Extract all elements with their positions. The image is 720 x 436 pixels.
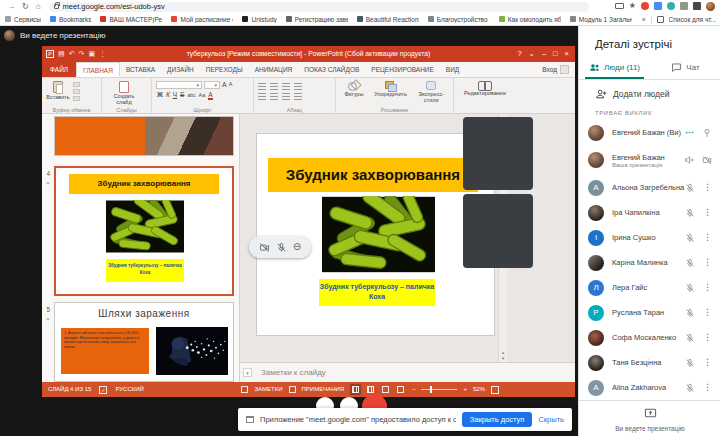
paste-button[interactable]: Вставить	[46, 81, 70, 100]
spellcheck-icon[interactable]: ✓	[99, 386, 107, 394]
fit-to-window-icon[interactable]	[491, 386, 499, 394]
reading-list-label[interactable]: Список для чт...	[669, 16, 716, 23]
participant-row[interactable]: Софа Москаленко ⋮	[579, 325, 720, 350]
sidebar-title[interactable]: Деталі зустрічі	[595, 38, 720, 50]
notes-placeholder[interactable]: Заметки к слайду	[261, 368, 326, 377]
participant-row-presentation[interactable]: Евгений Бажан Ваша презентація	[579, 145, 720, 175]
reload-icon[interactable]: ↻	[22, 0, 29, 13]
participant-row[interactable]: А Альона Загребельна ⋮	[579, 175, 720, 200]
extension-image-icon[interactable]	[680, 2, 688, 10]
bookmark-item[interactable]: ВАШ МАСТЕР(Рем...	[100, 16, 162, 23]
participant-row[interactable]: Евгений Бажан (Ви) ⋯	[579, 120, 720, 145]
help-icon[interactable]: ?	[517, 46, 521, 62]
url-text[interactable]: meet.google.com/esi-udob-ysv	[63, 2, 165, 12]
align-buttons[interactable]	[258, 93, 302, 100]
tab-review[interactable]: РЕЦЕНЗИРОВАНИЕ	[365, 62, 440, 77]
italic-button[interactable]: К	[166, 91, 170, 98]
shapes-button[interactable]: Фигуры	[340, 81, 368, 97]
bookmark-item[interactable]: Благоустройство т...	[428, 16, 490, 23]
reading-view-button[interactable]	[380, 384, 391, 395]
tab-file[interactable]: ФАЙЛ	[42, 62, 76, 77]
bookmark-item[interactable]: Beautiful Reactions	[357, 16, 419, 23]
tab-insert[interactable]: ВСТАВКА	[120, 62, 161, 77]
home-icon[interactable]: ⌂	[36, 0, 41, 13]
kebab-menu-icon[interactable]: ⋮	[703, 233, 712, 242]
notes-collapse-icon[interactable]: ▾	[243, 368, 252, 377]
tab-transitions[interactable]: ПЕРЕХОДЫ	[200, 62, 249, 77]
participant-row[interactable]: Іра Чапилкіна ⋮	[579, 200, 720, 225]
slide-5-thumbnail[interactable]: Шляхи зараження 1. Аерогенний шлях спост…	[54, 302, 234, 382]
next-slide-icon[interactable]: ▾	[502, 355, 505, 361]
change-case-button[interactable]: Аа	[198, 92, 205, 98]
participant-row[interactable]: Таня Безцінна ⋮	[579, 350, 720, 375]
participant-video-tile[interactable]	[463, 194, 533, 268]
maximize-icon[interactable]: □	[553, 46, 558, 62]
bookmark-item[interactable]: Как омолодить яб...	[499, 16, 561, 23]
bookmark-item[interactable]: Сервисы	[5, 16, 41, 23]
zoom-slider[interactable]	[421, 389, 457, 390]
quick-styles-button[interactable]: Экспресс-стили	[413, 81, 449, 103]
zoom-out-button[interactable]: –	[412, 382, 415, 397]
clear-format-button[interactable]: abc	[187, 92, 195, 98]
strikethrough-button[interactable]: S	[180, 91, 184, 98]
participant-row[interactable]: Каріна Малинка ⋮	[579, 250, 720, 275]
address-bar[interactable]: meet.google.com/esi-udob-ysv	[49, 2, 589, 12]
extension-round-icon[interactable]	[667, 2, 675, 10]
zoom-slider-thumb[interactable]	[430, 386, 432, 393]
reading-list-icon[interactable]	[657, 16, 664, 23]
stop-sharing-button[interactable]: Закрыть доступ	[462, 412, 533, 427]
slide-4-thumbnail-selected[interactable]: Збудник захворювання Збудник туберкульоз…	[54, 166, 234, 296]
tab-animations[interactable]: АНИМАЦИЯ	[249, 62, 299, 77]
tab-design[interactable]: ДИЗАЙН	[161, 62, 200, 77]
participant-row[interactable]: Р Руслана Таран ⋮	[579, 300, 720, 325]
undo-icon[interactable]: ↶	[69, 46, 75, 62]
animation-star-icon[interactable]: ✳	[42, 180, 50, 186]
notes-toggle-icon[interactable]	[241, 386, 248, 393]
underline-button[interactable]: Ч	[173, 91, 177, 98]
tab-view[interactable]: ВИД	[440, 62, 465, 77]
save-icon[interactable]: ▤	[58, 46, 65, 62]
shrink-font-icon[interactable]: А	[229, 81, 233, 89]
zoom-level[interactable]: 52%	[473, 382, 485, 397]
bookmark-item[interactable]: Unistudy	[242, 16, 276, 23]
list-buttons[interactable]	[258, 83, 302, 90]
slide-thumbnail-panel[interactable]: 4 ✳ Збудник захворювання Збудник туберку…	[42, 114, 240, 382]
kebab-menu-icon[interactable]: ⋮	[703, 308, 712, 317]
editing-button[interactable]: Редактирование	[458, 81, 512, 96]
slide-caption-box[interactable]: Збудник туберкульозу – паличка Коха	[319, 279, 435, 306]
more-options-icon[interactable]: ⋯	[685, 128, 694, 137]
forward-icon[interactable]: →	[7, 0, 15, 13]
remove-tile-icon[interactable]: ⊖	[293, 242, 301, 252]
kebab-menu-icon[interactable]: ⋮	[703, 358, 712, 367]
redo-icon[interactable]: ↷	[79, 46, 85, 62]
comments-toggle-icon[interactable]	[289, 386, 296, 393]
sign-in-button[interactable]: Вход	[542, 62, 575, 77]
participant-video-tile[interactable]	[463, 117, 533, 190]
qat-customize-icon[interactable]: ⋮	[99, 46, 106, 62]
tab-slideshow[interactable]: ПОКАЗ СЛАЙДОВ	[298, 62, 365, 77]
pin-icon[interactable]	[702, 128, 712, 138]
bookmark-star-icon[interactable]: ★	[629, 2, 636, 10]
overflow-chevrons-icon[interactable]: »	[642, 16, 646, 23]
bookmark-item[interactable]: Мой расписание с...	[171, 16, 233, 23]
tab-chat[interactable]: Чат	[650, 56, 720, 79]
extension-red-icon[interactable]	[641, 2, 649, 10]
slideshow-view-button[interactable]	[395, 384, 406, 395]
arrange-button[interactable]: Упорядочить	[371, 81, 411, 97]
kebab-menu-icon[interactable]: ⋮	[703, 258, 712, 267]
tab-home[interactable]: ГЛАВНАЯ	[76, 62, 120, 77]
browser-profile-avatar[interactable]	[706, 2, 715, 11]
mic-off-icon[interactable]	[276, 242, 287, 253]
close-icon[interactable]: ×	[565, 46, 569, 62]
animation-star-icon[interactable]: ✳	[42, 316, 50, 322]
slide-3-thumbnail[interactable]	[54, 116, 234, 156]
add-people-button[interactable]: Додати людей	[595, 88, 669, 100]
font-size-combo[interactable]: ▾	[204, 81, 220, 89]
notes-toggle-label[interactable]: ЗАМЕТКИ	[254, 382, 282, 397]
new-slide-button[interactable]: Создать слайд	[106, 81, 142, 106]
speaker-off-icon[interactable]	[684, 155, 694, 165]
camera-off-icon[interactable]	[702, 155, 712, 165]
start-slideshow-icon[interactable]: ▣	[88, 46, 95, 62]
cast-icon[interactable]	[615, 3, 624, 9]
grow-font-icon[interactable]: А	[222, 81, 227, 89]
